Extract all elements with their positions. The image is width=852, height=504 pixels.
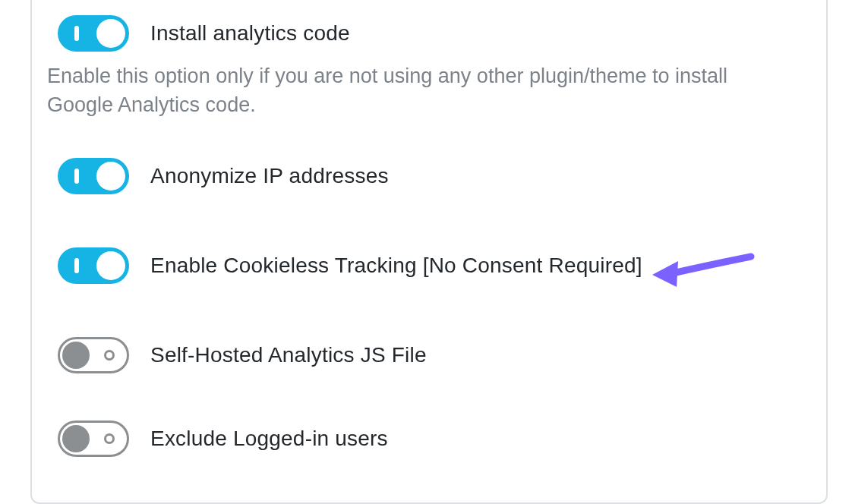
setting-label: Self-Hosted Analytics JS File xyxy=(150,343,427,367)
setting-row-anonymize-ip: Anonymize IP addresses xyxy=(39,158,819,194)
setting-label: Anonymize IP addresses xyxy=(150,164,389,188)
setting-row-self-hosted-js: Self-Hosted Analytics JS File xyxy=(39,337,819,373)
toggle-cookieless-tracking[interactable] xyxy=(58,247,129,284)
toggle-on-indicator-icon xyxy=(74,169,79,184)
toggle-on-indicator-icon xyxy=(74,258,79,273)
setting-description: Enable this option only if you are not u… xyxy=(39,62,819,120)
setting-row-cookieless-tracking: Enable Cookieless Tracking [No Consent R… xyxy=(39,247,819,284)
toggle-knob-icon xyxy=(62,425,90,452)
toggle-knob-icon xyxy=(96,251,125,280)
toggle-self-hosted-js[interactable] xyxy=(58,337,129,373)
toggle-knob-icon xyxy=(96,19,125,48)
toggle-exclude-logged-in[interactable] xyxy=(58,421,129,457)
setting-label: Enable Cookieless Tracking [No Consent R… xyxy=(150,254,642,278)
toggle-knob-icon xyxy=(62,342,90,369)
toggle-on-indicator-icon xyxy=(74,26,79,41)
setting-label: Install analytics code xyxy=(150,21,350,46)
toggle-off-indicator-icon xyxy=(104,433,115,444)
toggle-anonymize-ip[interactable] xyxy=(58,158,129,194)
toggle-knob-icon xyxy=(96,162,125,191)
toggle-install-analytics[interactable] xyxy=(58,15,129,52)
setting-row-exclude-logged-in: Exclude Logged-in users xyxy=(39,421,819,457)
setting-row-install-analytics: Install analytics code xyxy=(39,15,819,52)
settings-panel: Install analytics code Enable this optio… xyxy=(30,0,828,504)
setting-label: Exclude Logged-in users xyxy=(150,427,388,451)
toggle-off-indicator-icon xyxy=(104,350,115,361)
